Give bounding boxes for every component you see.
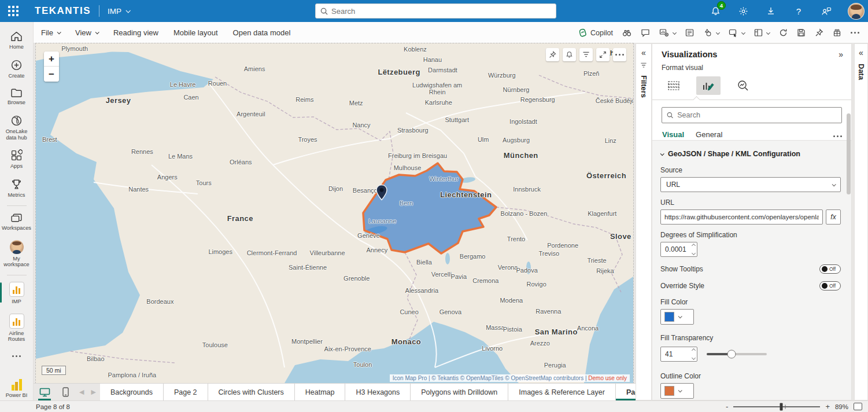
refresh-icon[interactable] xyxy=(775,25,792,41)
menu-item[interactable]: View xyxy=(68,22,106,43)
focus-mode-icon[interactable] xyxy=(596,48,610,61)
workspace-switcher[interactable]: IMP xyxy=(108,7,130,16)
sidebar-item-onelake[interactable]: OneLake data hub xyxy=(0,111,34,145)
pin-icon[interactable] xyxy=(811,25,828,41)
icon-map-visual[interactable]: PlymouthKoblenzKarPrahaHanauAmiensLëtzeb… xyxy=(36,43,633,383)
sidebar-item-metrics[interactable]: Metrics xyxy=(0,174,34,203)
sidebar-more-icon[interactable] xyxy=(0,347,34,362)
notifications-bell-icon[interactable]: 4 xyxy=(709,5,722,17)
fill-transparency-slider[interactable] xyxy=(707,353,767,355)
expand-filters-icon[interactable]: « xyxy=(641,49,646,57)
map-label: Padova xyxy=(516,267,537,274)
map-label: Metz xyxy=(349,100,363,106)
global-search[interactable] xyxy=(315,3,556,19)
source-dropdown[interactable]: URL xyxy=(660,177,841,192)
sidebar-item-my-workspace[interactable]: My workspace xyxy=(0,236,34,273)
alerts-bell-icon[interactable] xyxy=(563,48,576,61)
page-layout-dropdown[interactable] xyxy=(750,25,774,41)
prev-page-icon[interactable]: ◀ xyxy=(79,388,84,396)
explore-binoculars-icon[interactable] xyxy=(618,25,636,41)
format-tab-icon[interactable] xyxy=(696,76,721,95)
analytics-tab-icon[interactable] xyxy=(731,76,755,95)
fit-to-page-icon[interactable] xyxy=(854,403,862,410)
mobile-view-icon[interactable] xyxy=(58,385,73,400)
fields-tab-icon[interactable] xyxy=(662,76,686,95)
sidebar-item-apps[interactable]: Apps xyxy=(0,145,34,174)
outline-color-swatch[interactable] xyxy=(660,383,694,399)
map-zoom-control: + − xyxy=(44,52,59,82)
comment-icon[interactable] xyxy=(637,25,654,41)
map-label: Amiens xyxy=(244,65,265,72)
text-box-icon[interactable] xyxy=(681,25,698,41)
menu-item[interactable]: File xyxy=(34,22,68,43)
sidebar-item-airline-routes[interactable]: Airline Routes xyxy=(0,310,34,347)
sensitivity-icon[interactable] xyxy=(829,25,845,41)
zoom-percentage[interactable]: 89% xyxy=(835,403,848,410)
map-label: Monaco xyxy=(391,337,422,345)
sidebar-item-workspaces[interactable]: Workspaces xyxy=(0,208,34,236)
fx-conditional-format-button[interactable]: fx xyxy=(826,209,841,225)
map-label: Treviso xyxy=(539,250,560,257)
help-icon[interactable]: ? xyxy=(792,5,805,17)
format-mode-icons xyxy=(662,76,843,100)
data-pane-label[interactable]: Data xyxy=(857,64,866,80)
sidebar-item-create[interactable]: Create xyxy=(0,55,34,84)
map-label: Genova xyxy=(439,308,462,315)
zoom-slider-thumb[interactable] xyxy=(780,403,782,410)
shapes-dropdown[interactable] xyxy=(699,25,723,41)
zoom-in-button[interactable]: + xyxy=(44,52,59,67)
settings-gear-icon[interactable] xyxy=(737,5,749,17)
show-tooltips-toggle[interactable]: Off xyxy=(819,264,841,274)
slider-thumb[interactable] xyxy=(727,350,736,359)
url-input[interactable] xyxy=(660,209,823,225)
save-icon[interactable] xyxy=(793,25,810,41)
fill-color-swatch[interactable] xyxy=(660,309,694,325)
feedback-icon[interactable] xyxy=(820,5,833,17)
page-tab[interactable]: Backgrounds xyxy=(100,384,164,400)
page-tab[interactable]: Polygons with Drilldown xyxy=(411,384,508,400)
map-label: Plymouth xyxy=(61,45,88,52)
map-label: Augsburg xyxy=(503,137,530,144)
zoom-in-button[interactable]: + xyxy=(825,403,830,410)
page-tab[interactable]: Heatmap xyxy=(295,384,346,400)
page-tab[interactable]: Page 2 xyxy=(164,384,208,400)
search-input[interactable] xyxy=(331,7,551,16)
zoom-slider[interactable] xyxy=(733,406,820,407)
menu-item[interactable]: Reading view xyxy=(106,22,166,43)
format-search-input[interactable] xyxy=(677,111,837,119)
format-search-box[interactable] xyxy=(662,107,842,123)
page-tab[interactable]: Circles with Clusters xyxy=(208,384,295,400)
waffle-menu-icon[interactable] xyxy=(0,0,27,22)
visual-filters-icon[interactable] xyxy=(579,48,593,61)
stepper-arrows-icon[interactable] xyxy=(692,244,695,255)
page-tab[interactable]: H3 Hexagons xyxy=(345,384,411,400)
panel-scrollbar[interactable] xyxy=(847,113,851,194)
visual-more-options-icon[interactable] xyxy=(613,48,626,61)
zoom-out-button[interactable]: − xyxy=(44,67,59,82)
desktop-view-icon[interactable] xyxy=(37,385,52,400)
next-page-icon[interactable]: ▶ xyxy=(90,388,96,396)
expand-data-icon[interactable]: « xyxy=(859,49,863,57)
filters-pane-label[interactable]: Filters xyxy=(640,75,648,98)
menu-item[interactable]: Mobile layout xyxy=(166,22,226,43)
zoom-out-button[interactable]: - xyxy=(726,403,728,410)
page-tab[interactable]: Images & Reference Layer xyxy=(508,384,616,400)
buttons-dropdown[interactable] xyxy=(725,25,749,41)
tabs-more-icon[interactable] xyxy=(833,135,842,137)
sidebar-item-browse[interactable]: Browse xyxy=(0,83,34,111)
copilot-button[interactable]: Copilot xyxy=(574,25,617,41)
user-avatar[interactable] xyxy=(848,3,865,20)
download-icon[interactable] xyxy=(764,5,777,17)
geojson-section-header[interactable]: GeoJSON / Shape / KML Configuration xyxy=(660,150,841,158)
menu-item[interactable]: Open data model xyxy=(226,22,298,43)
smart-narrative-pin-icon[interactable] xyxy=(546,48,559,61)
more-options-icon[interactable] xyxy=(847,25,863,41)
outline-color-chip xyxy=(664,386,674,396)
collapse-panel-icon[interactable]: » xyxy=(839,50,843,59)
degrees-of-simplification-stepper[interactable] xyxy=(660,242,697,257)
override-style-toggle[interactable]: Off xyxy=(819,281,841,290)
sidebar-item-home[interactable]: Home xyxy=(0,27,34,55)
new-visual-dropdown[interactable] xyxy=(655,25,680,41)
sidebar-item-imp[interactable]: IMP xyxy=(0,278,34,310)
fill-transparency-stepper[interactable] xyxy=(660,347,697,362)
